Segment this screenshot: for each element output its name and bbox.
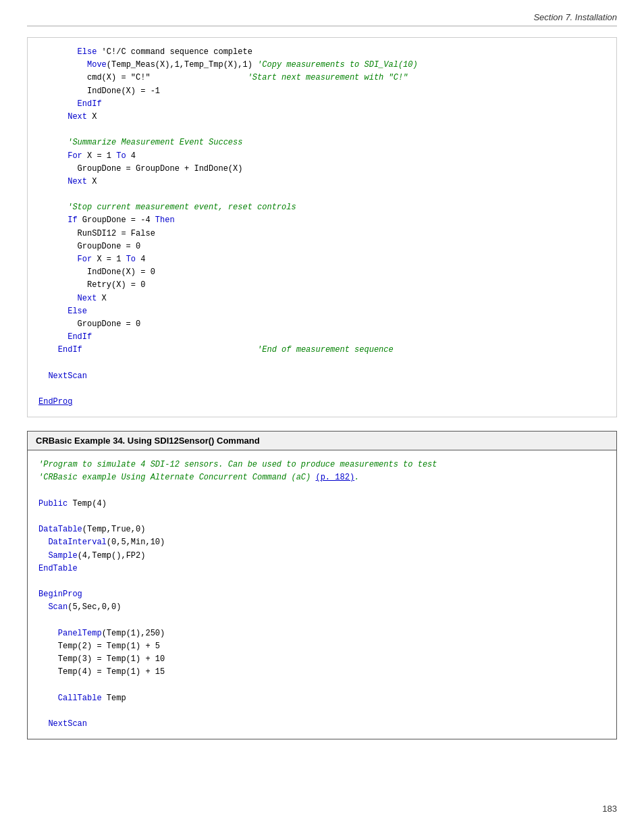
code-line [38,511,606,523]
code-line: DataTable(Temp,True,0) [38,523,606,536]
code-line: Else 'C!/C command sequence complete [38,46,606,59]
keyword-to: To [126,255,136,264]
code-line: IndDone(X) = -1 [38,85,606,98]
keyword-calltable: CallTable [58,694,102,703]
keyword-endif: EndIf [58,345,82,355]
code-line: EndProg [38,396,606,409]
code-line [38,124,606,136]
code-line: EndIf [38,331,606,344]
code-line: cmd(X) = "C!" 'Start next measurement wi… [38,72,606,84]
code-line [38,485,606,498]
code-line: Next X [38,111,606,124]
code-line: PanelTemp(Temp(1),250) [38,627,606,640]
code-line: EndIf [38,98,606,111]
code-line: 'Summarize Measurement Event Success [38,136,606,149]
comment: . [354,473,359,482]
keyword-public: Public [38,499,68,509]
keyword-paneltemp: PanelTemp [58,629,102,638]
code-line: Temp(4) = Temp(1) + 15 [38,666,606,679]
code-line: EndIf 'End of measurement sequence [38,344,606,357]
keyword-to: To [116,151,126,161]
comment-link[interactable]: (p. 182) [315,473,354,482]
code-line: Scan(5,Sec,0,0) [38,601,606,614]
keyword-sample: Sample [48,551,77,561]
code-line: Sample(4,Temp(),FP2) [38,550,606,563]
keyword-datainterval: DataInterval [48,538,106,547]
code-line: Temp(3) = Temp(1) + 10 [38,653,606,666]
keyword-then: Then [155,215,175,225]
code-line: DataInterval(0,5,Min,10) [38,536,606,549]
keyword-endif: EndIf [78,99,102,109]
keyword-endtable: EndTable [38,564,78,573]
code-line [38,383,606,396]
code-line: Next X [38,176,606,188]
comment: 'Start next measurement with "C!" [248,73,408,82]
keyword-for: For [68,151,82,161]
keyword-endprog: EndProg [38,397,72,407]
keyword-for: For [78,255,92,264]
code-line: Next X [38,292,606,305]
comment: 'Copy measurements to SDI_Val(10) [257,60,418,70]
code-block-2: 'Program to simulate 4 SDI-12 sensors. C… [28,450,616,739]
code-line: EndTable [38,563,606,575]
code-line [38,705,606,718]
keyword-datatable: DataTable [38,525,82,534]
code-line: GroupDone = 0 [38,318,606,331]
code-line: BeginProg [38,588,606,601]
code-line [38,188,606,201]
code-block-1: Else 'C!/C command sequence complete Mov… [27,37,617,417]
code-line: Public Temp(4) [38,498,606,511]
keyword-nextscan: NextScan [48,371,87,381]
code-line: Temp(2) = Temp(1) + 5 [38,640,606,653]
code-line: For X = 1 To 4 [38,253,606,266]
code-line: 'Program to simulate 4 SDI-12 sensors. C… [38,459,606,471]
code-line: NextScan [38,718,606,731]
code-line: 'Stop current measurement event, reset c… [38,201,606,214]
comment: 'Stop current measurement event, reset c… [68,203,296,212]
comment: 'CRBasic example Using Alternate Concurr… [38,473,315,482]
code-line: CallTable Temp [38,692,606,705]
keyword-endif: EndIf [68,332,92,342]
code-line: NextScan [38,370,606,383]
main-content: Else 'C!/C command sequence complete Mov… [27,37,617,753]
code-line [38,615,606,627]
code-line: IndDone(X) = 0 [38,266,606,279]
code-line: Else [38,305,606,318]
code-line: GroupDone = 0 [38,240,606,253]
keyword-else: Else [68,307,87,316]
keyword-scan: Scan [48,602,68,612]
keyword-else: Else [78,47,97,57]
code-line: Retry(X) = 0 [38,279,606,292]
code-line: If GroupDone = -4 Then [38,214,606,227]
keyword-next: Next [68,177,87,186]
comment: 'Summarize Measurement Event Success [68,138,242,147]
keyword-beginprog: BeginProg [38,590,82,599]
code-line: RunSDI12 = False [38,228,606,240]
code-line: For X = 1 To 4 [38,150,606,163]
section-header: Section 7. Installation [533,12,617,22]
header-rule [27,26,617,26]
code-line: 'CRBasic example Using Alternate Concurr… [38,471,606,484]
example-34-box: CRBasic Example 34. Using SDI12Sensor() … [27,431,617,739]
keyword-move: Move [87,60,107,70]
code-line: GroupDone = GroupDone + IndDone(X) [38,163,606,176]
comment: 'End of measurement sequence [257,345,394,355]
code-line [38,357,606,370]
example-header: CRBasic Example 34. Using SDI12Sensor() … [28,432,616,450]
comment: 'Program to simulate 4 SDI-12 sensors. C… [38,460,437,469]
code-line: Move(Temp_Meas(X),1,Temp_Tmp(X),1) 'Copy… [38,59,606,72]
page-number: 183 [602,804,617,814]
keyword-next: Next [78,294,97,303]
keyword-next: Next [68,112,87,122]
keyword-nextscan: NextScan [48,719,87,729]
code-line [38,575,606,588]
code-line [38,679,606,692]
keyword-if: If [68,215,77,225]
